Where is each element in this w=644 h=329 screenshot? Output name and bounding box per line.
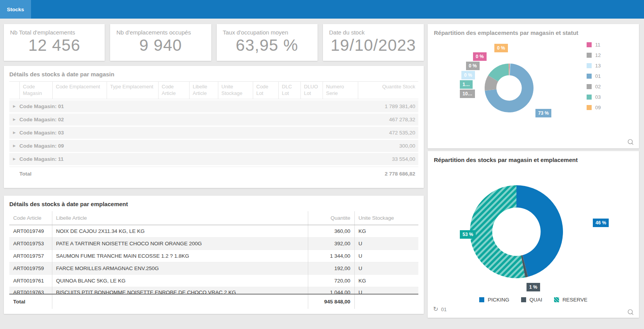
expand-chevron-icon[interactable]: ▶	[9, 144, 19, 148]
data-label-02: 10…	[460, 90, 475, 98]
total-label: Total	[9, 294, 52, 309]
cell-code-article: ART0019757	[9, 250, 52, 262]
column-header: Code Article	[158, 82, 189, 99]
total-label: Total	[9, 171, 349, 177]
column-header: Code Lot	[253, 82, 278, 99]
cell-quantite: 1 044,00	[308, 287, 354, 295]
expand-chevron-icon[interactable]: ▶	[9, 157, 19, 161]
legend-label: 03	[595, 94, 601, 100]
cell-code-article: ART0019749	[9, 225, 52, 238]
table-row[interactable]: ART0019757 SAUMON FUME TRANCHE MAIN ECOS…	[9, 250, 418, 262]
cell-code-article: ART0019753	[9, 238, 52, 250]
cell-code-article: ART0019763	[9, 287, 52, 295]
cell-code-article: ART0019761	[9, 275, 52, 287]
magnifier-icon[interactable]	[627, 139, 634, 145]
row-label: Code Magasin: 01	[19, 103, 349, 109]
chart-title: Répartition des emplacements par magasin…	[428, 24, 639, 36]
column-header: Numero Serie	[323, 82, 358, 99]
kpi-label: Nb Total d'emplacements	[4, 24, 105, 36]
column-header-quantite[interactable]: Quantite	[308, 211, 354, 225]
footer-label: 01	[441, 307, 446, 312]
kpi-label: Nb d'emplacements occupés	[110, 24, 211, 36]
cell-unite: KG	[354, 225, 418, 238]
magnifier-icon[interactable]	[627, 309, 634, 315]
total-spacer	[52, 294, 308, 309]
legend-swatch	[587, 84, 592, 89]
legend-item-09[interactable]: 09	[587, 102, 601, 113]
expand-chevron-icon[interactable]: ▶	[9, 104, 19, 108]
refresh-icon[interactable]: ↻	[433, 306, 438, 312]
legend-item-quai[interactable]: QUAI	[521, 297, 542, 303]
legend-item-13[interactable]: 13	[587, 60, 601, 71]
data-label-picking: 46 %	[593, 219, 609, 227]
tab-stocks[interactable]: Stocks	[0, 0, 31, 19]
legend-item-03[interactable]: 03	[587, 92, 601, 102]
legend-item-02[interactable]: 02	[587, 81, 601, 92]
row-value: 1 789 381,40	[349, 103, 418, 109]
legend-swatch	[587, 63, 592, 68]
table-row[interactable]: ART0019761 QUINOA BLANC 5KG, LE KG 720,0…	[9, 275, 418, 287]
cell-libelle: PATE A TARTINER NOISETTE CHOCO NOIR ORAN…	[52, 238, 308, 250]
matrix-row-magasin-02[interactable]: ▶ Code Magasin: 02 467 278,32	[9, 114, 418, 126]
matrix-row-magasin-03[interactable]: ▶ Code Magasin: 03 472 535,20	[9, 127, 418, 139]
cell-libelle: SAUMON FUME TRANCHE MAIN ECOSSE 1.2 ? 1.…	[52, 250, 308, 262]
legend-label: PICKING	[488, 297, 509, 303]
cell-quantite: 392,00	[308, 238, 354, 250]
legend-swatch	[479, 297, 484, 302]
legend-item-12[interactable]: 12	[587, 50, 601, 60]
column-header: Quantite Stock	[358, 82, 418, 99]
legend-label: 09	[595, 105, 601, 110]
donut-chart-stocks[interactable]	[470, 185, 563, 278]
legend-swatch	[587, 42, 592, 47]
table-row[interactable]: ART0019753 PATE A TARTINER NOISETTE CHOC…	[9, 238, 418, 250]
kpi-card-taux-occupation: Taux d'occupation moyen 63,95 %	[217, 24, 318, 61]
table-row[interactable]: ART0019749 NOIX DE CAJOU 2X11.34 KG, LE …	[9, 225, 418, 238]
legend-item-11[interactable]: 11	[587, 40, 601, 50]
cell-libelle: QUINOA BLANC 5KG, LE KG	[52, 275, 308, 287]
table-row-clipped[interactable]: ART0019763 BISCUITS PTIT BONHOMME NOISET…	[9, 287, 418, 295]
table-row[interactable]: ART0019759 FARCE MORILLES ARMAGNAC ENV.2…	[9, 262, 418, 275]
column-header-code-article[interactable]: Code Article	[9, 211, 52, 225]
matrix-row-magasin-11[interactable]: ▶ Code Magasin: 11 33 554,00	[9, 153, 418, 165]
cell-libelle: FARCE MORILLES ARMAGNAC ENV.250G	[52, 262, 308, 275]
legend-label: QUAI	[530, 297, 542, 303]
table-title: Détails des stocks à date par magasin	[9, 71, 418, 78]
data-label-09: 0 %	[494, 44, 508, 52]
legend-item-01[interactable]: 01	[587, 71, 601, 81]
column-header-libelle-article[interactable]: Libelle Article	[52, 211, 308, 225]
legend-label: 11	[595, 42, 601, 48]
kpi-value: 63,95 %	[217, 36, 318, 55]
legend-label: 13	[595, 63, 601, 69]
matrix-header-row: Code Magasin Code Emplacement Type Empla…	[9, 81, 418, 99]
column-header: Type Emplacement	[107, 82, 158, 99]
column-header: DLUO Lot	[300, 82, 323, 99]
data-label-13: 0 %	[461, 71, 475, 79]
table-header-row: Code Article Libelle Article Quantite Un…	[9, 211, 418, 225]
legend-item-picking[interactable]: PICKING	[479, 297, 509, 303]
expand-chevron-icon[interactable]: ▶	[9, 117, 19, 121]
column-header: Libelle Article	[189, 82, 218, 99]
kpi-card-date-stock: Date du stock 19/10/2023	[323, 24, 424, 61]
matrix-row-magasin-01[interactable]: ▶ Code Magasin: 01 1 789 381,40	[9, 100, 418, 112]
expand-chevron-icon[interactable]: ▶	[9, 131, 19, 134]
kpi-label: Date du stock	[323, 24, 424, 36]
donut-chart-emplacements[interactable]	[485, 64, 534, 112]
matrix-row-magasin-09[interactable]: ▶ Code Magasin: 09 300,00	[9, 140, 418, 152]
kpi-row: Nb Total d'emplacements 12 456 Nb d'empl…	[4, 24, 424, 61]
legend-label: 01	[595, 73, 601, 79]
legend-swatch	[521, 297, 526, 302]
right-column: Répartition des emplacements par magasin…	[428, 24, 639, 318]
cell-quantite: 192,00	[308, 262, 354, 275]
column-header-unite-stockage[interactable]: Unite Stockage	[354, 211, 418, 225]
cell-unite: U	[354, 262, 418, 275]
left-column: Nb Total d'emplacements 12 456 Nb d'empl…	[4, 24, 424, 314]
kpi-value: 12 456	[4, 36, 105, 55]
table-title: Détails des stocks à date par emplacemen…	[9, 201, 418, 207]
chart-footer: ↻ 01	[433, 306, 447, 312]
table-stocks-par-emplacement: Code Article Libelle Article Quantite Un…	[9, 211, 418, 309]
cell-code-article: ART0019759	[9, 262, 52, 275]
legend-item-reserve[interactable]: RESERVE	[554, 297, 587, 303]
matrix-total-row: Total 2 778 686,82	[9, 167, 418, 181]
row-value: 33 554,00	[349, 156, 418, 162]
legend-swatch	[587, 53, 592, 58]
